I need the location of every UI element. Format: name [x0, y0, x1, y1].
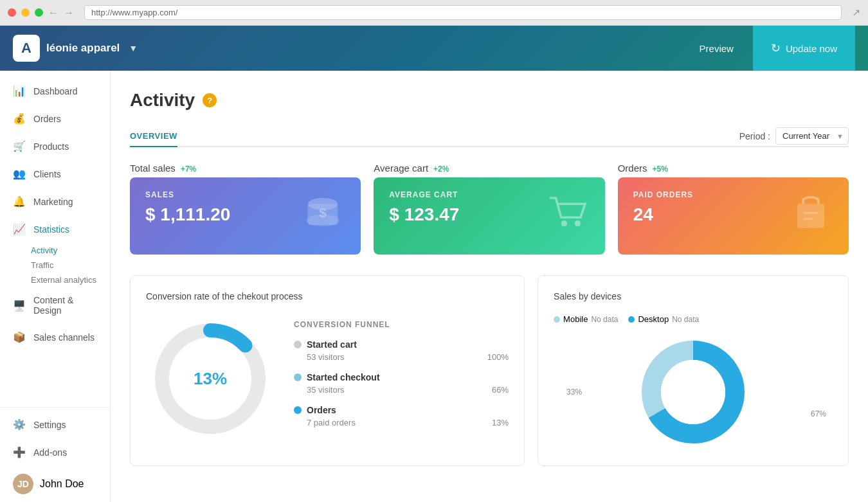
- sidebar-bottom: ⚙️ Settings ➕ Add-ons JD John Doe: [0, 407, 110, 502]
- stat-title-average-cart: Average cart: [374, 163, 428, 174]
- period-wrapper: Current Year Last Month Last Week Today …: [775, 127, 849, 145]
- sidebar-item-settings[interactable]: ⚙️ Settings: [0, 411, 110, 438]
- donut-chart: 13%: [146, 314, 275, 443]
- back-arrow[interactable]: ←: [48, 7, 59, 19]
- funnel-item-header-orders: Orders: [294, 405, 509, 415]
- avatar: JD: [13, 474, 33, 494]
- stat-card-average-cart: AVERAGE CART $ 123.47: [374, 177, 604, 255]
- fullscreen-dot[interactable]: [35, 8, 43, 17]
- legend-dot-mobile: [554, 316, 560, 323]
- funnel-item-header-started-checkout: Started checkout: [294, 372, 509, 382]
- sidebar-label-products: Products: [33, 141, 69, 152]
- svg-point-5: [574, 220, 580, 226]
- funnel-stats-started-checkout: 35 visitors 66%: [294, 385, 509, 395]
- funnel-visitors-started-cart: 53 visitors: [307, 352, 487, 362]
- sidebar-label-settings: Settings: [33, 420, 66, 430]
- minimize-dot[interactable]: [21, 8, 30, 17]
- devices-pct-33: 33%: [566, 388, 582, 397]
- sidebar-label-sales-channels: Sales channels: [33, 332, 95, 343]
- stat-icon-sales: $: [300, 189, 345, 243]
- svg-point-3: [308, 198, 338, 210]
- donut-container: 13% CONVERSION FUNNEL Started cart: [146, 314, 509, 443]
- sidebar-sub-traffic[interactable]: Traffic: [0, 258, 110, 273]
- legend-dot-desktop: [628, 316, 635, 323]
- charts-row: Conversion rate of the chekout process 1…: [130, 275, 849, 466]
- stat-card-total-sales: SALES $ 1,111.20 $: [130, 177, 361, 255]
- stat-change-orders: +5%: [653, 165, 668, 174]
- expand-icon[interactable]: ↗: [852, 6, 860, 19]
- period-dropdown[interactable]: Current Year Last Month Last Week Today: [775, 127, 849, 145]
- brand[interactable]: A léonie apparel ▼: [13, 35, 138, 62]
- brand-name: léonie apparel: [46, 42, 120, 55]
- top-nav-right: Preview ↻ Update now: [680, 26, 855, 71]
- sidebar-label-content-design: Content & Design: [33, 295, 97, 316]
- sidebar-item-content-design[interactable]: 🖥️ Content & Design: [0, 287, 110, 323]
- settings-icon: ⚙️: [13, 418, 26, 431]
- statistics-icon: 📈: [13, 223, 26, 235]
- addons-icon: ➕: [13, 446, 26, 458]
- sidebar-item-products[interactable]: 🛒 Products: [0, 132, 110, 160]
- sidebar-item-orders[interactable]: 💰 Orders: [0, 105, 110, 132]
- clients-icon: 👥: [13, 168, 26, 180]
- preview-button[interactable]: Preview: [680, 26, 753, 71]
- content-design-icon: 🖥️: [13, 300, 26, 312]
- funnel-stats-orders: 7 paid orders 13%: [294, 418, 509, 427]
- sidebar-label-statistics: Statistics: [33, 224, 69, 235]
- sidebar-item-addons[interactable]: ➕ Add-ons: [0, 438, 110, 466]
- conversion-chart-card: Conversion rate of the chekout process 1…: [130, 275, 525, 466]
- sidebar-sub-activity[interactable]: Activity: [0, 243, 110, 258]
- sidebar-label-marketing: Marketing: [33, 197, 73, 207]
- sidebar-item-dashboard[interactable]: 📊 Dashboard: [0, 77, 110, 105]
- funnel-dot-started-checkout: [294, 373, 302, 381]
- products-icon: 🛒: [13, 140, 26, 152]
- close-dot[interactable]: [8, 8, 16, 17]
- devices-legend: Mobile No data Desktop No data: [554, 314, 833, 324]
- funnel-pct-orders: 13%: [492, 418, 509, 427]
- stat-change-average-cart: +2%: [433, 165, 449, 174]
- sidebar-item-sales-channels[interactable]: 📦 Sales channels: [0, 323, 110, 351]
- funnel-name-started-checkout: Started checkout: [307, 372, 380, 382]
- help-icon[interactable]: ?: [203, 93, 217, 107]
- devices-donut: 33% 67%: [554, 334, 833, 450]
- app-layout: 📊 Dashboard 💰 Orders 🛒 Products 👥 Client…: [0, 26, 868, 502]
- sidebar-item-marketing[interactable]: 🔔 Marketing: [0, 188, 110, 215]
- nav-arrows: ← →: [48, 7, 74, 19]
- stat-icon-orders: [788, 189, 833, 243]
- funnel-title: CONVERSION FUNNEL: [294, 320, 509, 329]
- legend-label-mobile: Mobile: [563, 314, 588, 324]
- funnel-list: CONVERSION FUNNEL Started cart 53 visito…: [294, 320, 509, 438]
- svg-point-4: [561, 220, 566, 226]
- sidebar-item-statistics[interactable]: 📈 Statistics: [0, 215, 110, 243]
- period-selector: Period : Current Year Last Month Last We…: [739, 127, 849, 145]
- update-label: Update now: [786, 43, 837, 54]
- legend-nodata-mobile: No data: [591, 315, 618, 324]
- funnel-visitors-orders: 7 paid orders: [307, 418, 492, 427]
- sales-channels-icon: 📦: [13, 331, 26, 343]
- marketing-icon: 🔔: [13, 195, 26, 208]
- legend-label-desktop: Desktop: [638, 314, 669, 324]
- stat-section-orders: Orders +5% PAID ORDERS 24: [618, 163, 849, 255]
- brand-chevron-icon[interactable]: ▼: [129, 43, 138, 53]
- page-title-row: Activity ?: [130, 90, 849, 111]
- conversion-chart-title: Conversion rate of the chekout process: [146, 291, 509, 301]
- forward-arrow[interactable]: →: [64, 7, 74, 19]
- sidebar-label-orders: Orders: [33, 114, 61, 124]
- devices-chart-title: Sales by devices: [554, 291, 833, 301]
- address-bar[interactable]: http://www.myapp.com/: [84, 5, 842, 20]
- sidebar-sub-external-analytics[interactable]: External analytics: [0, 273, 110, 287]
- user-item[interactable]: JD John Doe: [0, 466, 110, 502]
- browser-chrome: ← → http://www.myapp.com/ ↗: [0, 0, 868, 26]
- funnel-pct-started-cart: 100%: [487, 352, 509, 362]
- sidebar-item-clients[interactable]: 👥 Clients: [0, 160, 110, 188]
- tab-overview[interactable]: OVERVIEW: [130, 126, 177, 147]
- stat-title-total-sales: Total sales: [130, 163, 176, 174]
- devices-chart-card: Sales by devices Mobile No data Desktop …: [538, 275, 849, 466]
- dashboard-icon: 📊: [13, 85, 26, 97]
- devices-pct-67: 67%: [811, 409, 826, 418]
- update-button[interactable]: ↻ Update now: [753, 26, 855, 71]
- legend-item-desktop: Desktop No data: [628, 314, 699, 324]
- funnel-item-orders: Orders 7 paid orders 13%: [294, 405, 509, 427]
- funnel-pct-started-checkout: 66%: [492, 385, 509, 395]
- stat-card-orders: PAID ORDERS 24: [618, 177, 849, 255]
- funnel-dot-orders: [294, 406, 302, 414]
